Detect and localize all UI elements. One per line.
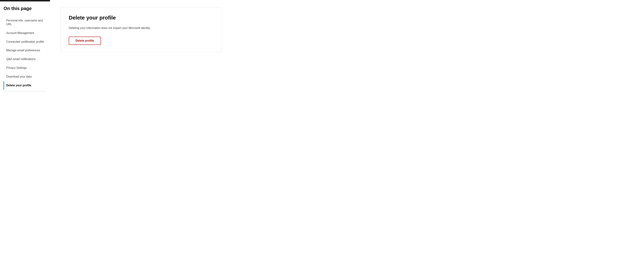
sidebar-nav: Personal info, username and URLAccount M… xyxy=(4,16,46,90)
section-description: Deleting your information does not impac… xyxy=(69,26,213,30)
sidebar: On this page Personal info, username and… xyxy=(0,0,50,255)
sidebar-top-bar xyxy=(0,0,50,2)
sidebar-item-personal-info[interactable]: Personal info, username and URL xyxy=(4,16,46,29)
delete-profile-button[interactable]: Delete profile xyxy=(69,37,101,45)
sidebar-item-privacy-settings[interactable]: Privacy Settings xyxy=(4,64,46,72)
main-content: Delete your profile Deleting your inform… xyxy=(50,0,644,255)
sidebar-item-qa-email[interactable]: Q&A email notifications xyxy=(4,55,46,64)
section-title: Delete your profile xyxy=(69,15,213,21)
sidebar-item-connected-certification[interactable]: Connected certification profile xyxy=(4,38,46,46)
delete-profile-section: Delete your profile Deleting your inform… xyxy=(61,7,222,52)
sidebar-title: On this page xyxy=(4,6,46,11)
sidebar-divider xyxy=(4,91,46,91)
sidebar-item-account-management[interactable]: Account Management xyxy=(4,29,46,38)
sidebar-item-download-data[interactable]: Download your data xyxy=(4,72,46,81)
sidebar-item-manage-email[interactable]: Manage email preferences xyxy=(4,46,46,55)
sidebar-item-delete-profile[interactable]: Delete your profile xyxy=(4,81,46,90)
